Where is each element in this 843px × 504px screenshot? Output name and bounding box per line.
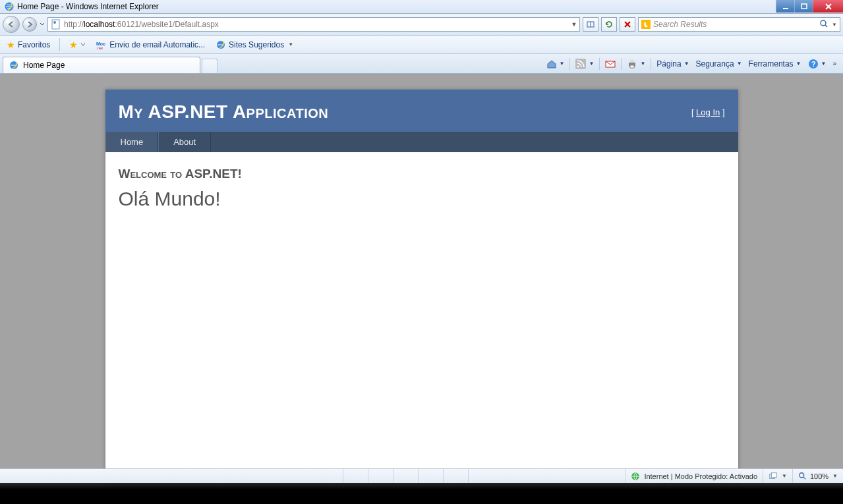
status-bar: Internet | Modo Protegido: Activado ▼ 10… [0, 468, 843, 483]
moc-icon: Moc.net [96, 40, 107, 49]
favorites-label: Favoritos [18, 40, 50, 49]
svg-rect-22 [771, 472, 776, 477]
dropdown-icon [80, 41, 86, 49]
fav-link-sites-sugeridos[interactable]: Sites Sugeridos ▼ [213, 38, 296, 51]
window-buttons [776, 0, 843, 13]
separator [59, 38, 60, 51]
security-zone[interactable]: Internet | Modo Protegido: Activado [625, 469, 763, 483]
svg-rect-17 [630, 65, 634, 68]
star-icon: ★ [7, 40, 15, 50]
svg-point-13 [577, 65, 579, 67]
svg-rect-3 [52, 20, 59, 29]
compat-view-button[interactable] [583, 17, 598, 32]
page-body: Welcome to ASP.NET! Olá Mundo! [105, 152, 738, 421]
security-cmd-button[interactable]: Segurança▼ [693, 58, 745, 70]
ie-small-icon [216, 40, 226, 50]
internet-zone-icon [631, 472, 640, 481]
content-viewport: My ASP.NET Application [ Log In ] Home A… [0, 74, 843, 483]
nav-about[interactable]: About [158, 132, 211, 152]
help-icon: ? [808, 59, 819, 69]
printer-icon [627, 59, 637, 69]
nav-history-dropdown[interactable] [40, 17, 45, 32]
svg-text:?: ? [811, 60, 816, 68]
zoom-control[interactable]: 100% ▼ [792, 469, 843, 483]
favorites-bar: ★ Favoritos ★ Moc.net Envio de email Aut… [0, 36, 843, 54]
address-dropdown-icon[interactable]: ▼ [569, 21, 579, 28]
mail-cmd-button[interactable] [602, 57, 618, 70]
tools-cmd-button[interactable]: Ferramentas▼ [746, 58, 804, 70]
mail-icon [605, 59, 616, 69]
welcome-heading: Welcome to ASP.NET! [119, 167, 725, 181]
fav-link-email[interactable]: Moc.net Envio de email Automatic... [94, 39, 208, 51]
command-bar: ▼ ▼ ▼ Página▼ Segurança▼ Ferramentas▼ ?▼… [544, 54, 843, 73]
zone-label: Internet | Modo Protegido: Activado [644, 472, 757, 480]
home-cmd-button[interactable]: ▼ [544, 57, 567, 70]
rss-icon [575, 59, 586, 69]
tab-home-page[interactable]: Home Page [3, 57, 200, 73]
ie-tab-icon [9, 60, 19, 70]
tools-cmd-label: Ferramentas [749, 59, 794, 69]
svg-point-23 [799, 472, 804, 477]
add-to-favorites-button[interactable]: ★ [67, 38, 88, 51]
search-placeholder: Search Results [653, 20, 707, 29]
fav-link-label: Envio de email Automatic... [109, 40, 205, 49]
back-button[interactable] [3, 16, 20, 33]
address-bar-row: http://localhost:60121/website1/Default.… [0, 14, 843, 36]
help-cmd-button[interactable]: ?▼ [805, 57, 829, 70]
nav-menu: Home About [105, 132, 738, 152]
expand-cmd-button[interactable]: » [830, 59, 839, 69]
zoom-label: 100% [810, 472, 828, 480]
svg-rect-1 [783, 8, 788, 9]
svg-text:Moc: Moc [96, 42, 105, 46]
search-dropdown-icon[interactable]: ▼ [832, 22, 837, 28]
stop-button[interactable] [620, 17, 635, 32]
login-display: [ Log In ] [691, 107, 725, 117]
refresh-button[interactable] [601, 17, 617, 32]
popup-blocker-icon [769, 472, 778, 481]
login-link[interactable]: Log In [696, 107, 720, 117]
svg-text:.net: .net [96, 46, 103, 49]
status-empty-cells [0, 469, 493, 483]
home-icon [546, 59, 557, 69]
page-container: My ASP.NET Application [ Log In ] Home A… [105, 90, 738, 483]
page-cmd-label: Página [656, 59, 681, 69]
app-title: My ASP.NET Application [119, 101, 329, 123]
nav-home[interactable]: Home [105, 132, 159, 152]
search-go-icon[interactable] [819, 19, 829, 30]
search-provider-icon [641, 20, 651, 29]
tab-title: Home Page [23, 61, 65, 70]
svg-rect-12 [575, 59, 586, 69]
favorites-button[interactable]: ★ Favoritos [4, 38, 53, 51]
forward-button[interactable] [22, 17, 37, 32]
status-misc[interactable]: ▼ [763, 469, 792, 483]
star-add-icon: ★ [69, 40, 78, 50]
hello-text: Olá Mundo! [119, 188, 725, 210]
minimize-button[interactable] [776, 0, 794, 13]
page-cmd-button[interactable]: Página▼ [654, 58, 691, 70]
svg-rect-2 [801, 4, 807, 9]
tab-row: Home Page ▼ ▼ ▼ Página▼ Segurança▼ Ferra… [0, 54, 843, 74]
new-tab-button[interactable] [202, 59, 218, 73]
dropdown-icon: ▼ [288, 42, 293, 47]
ie-logo-icon [4, 1, 15, 12]
address-url: http://localhost:60121/website1/Default.… [64, 20, 569, 29]
fav-link-label: Sites Sugeridos [229, 40, 284, 49]
taskbar-sliver [0, 483, 843, 490]
close-button[interactable] [813, 0, 843, 13]
page-header: My ASP.NET Application [ Log In ] [105, 90, 738, 132]
window-title: Home Page - Windows Internet Explorer [17, 2, 159, 11]
security-cmd-label: Segurança [696, 59, 734, 69]
feeds-cmd-button[interactable]: ▼ [573, 57, 596, 70]
svg-point-7 [821, 20, 826, 26]
zoom-icon [798, 472, 807, 481]
page-icon [51, 19, 61, 30]
print-cmd-button[interactable]: ▼ [624, 57, 648, 70]
search-input[interactable]: Search Results ▼ [638, 17, 840, 32]
address-input[interactable]: http://localhost:60121/website1/Default.… [47, 17, 580, 32]
window-titlebar: Home Page - Windows Internet Explorer [0, 0, 843, 14]
svg-point-4 [53, 21, 56, 24]
svg-rect-16 [630, 60, 634, 63]
maximize-button[interactable] [794, 0, 813, 13]
